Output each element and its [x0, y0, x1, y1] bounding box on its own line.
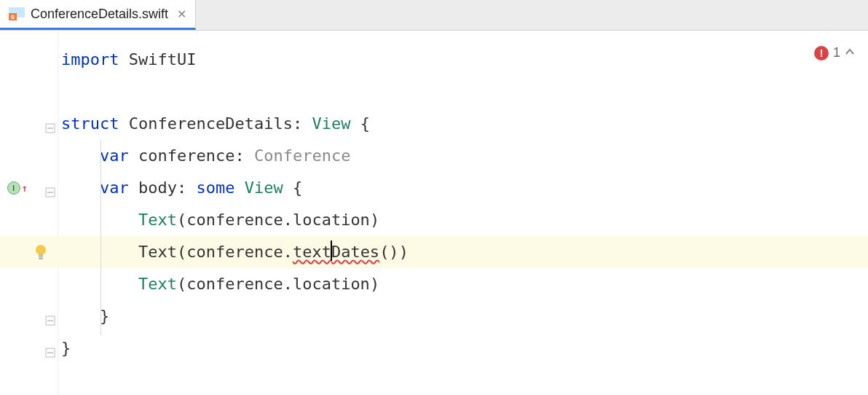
- code-pane[interactable]: import SwiftUI struct ConferenceDetails:…: [58, 31, 868, 395]
- indent-guide: [100, 140, 101, 335]
- error-icon[interactable]: !: [814, 46, 829, 60]
- code-line-active[interactable]: Text(conference.textDates()): [58, 236, 868, 268]
- tab-filename: ConferenceDetails.swift: [31, 7, 168, 22]
- code-line[interactable]: import SwiftUI: [58, 44, 868, 76]
- code-line[interactable]: var conference: Conference: [58, 140, 868, 172]
- fold-close-icon[interactable]: [45, 343, 55, 353]
- code-line-blank[interactable]: [58, 76, 868, 108]
- code-line[interactable]: }: [58, 300, 868, 332]
- file-tab[interactable]: S ConferenceDetails.swift ✕: [0, 0, 196, 30]
- swift-file-icon: S: [9, 7, 25, 20]
- svg-text:S: S: [11, 14, 15, 20]
- chevron-up-icon[interactable]: [845, 47, 855, 60]
- code-line[interactable]: Text(conference.location): [58, 204, 868, 236]
- code-line[interactable]: var body: some View {: [58, 172, 868, 204]
- close-tab-icon[interactable]: ✕: [177, 7, 186, 21]
- fold-open-icon[interactable]: [45, 119, 55, 129]
- inspection-widget[interactable]: ! 1: [814, 45, 855, 60]
- intention-bulb-icon[interactable]: [34, 244, 47, 260]
- code-line[interactable]: }: [58, 332, 868, 364]
- tab-bar: S ConferenceDetails.swift ✕: [0, 0, 868, 31]
- svg-rect-8: [39, 254, 43, 257]
- fold-close-icon[interactable]: [45, 311, 55, 321]
- implements-gutter-icon[interactable]: I↑: [7, 181, 28, 195]
- gutter: I↑: [0, 31, 58, 395]
- code-line[interactable]: struct ConferenceDetails: View {: [58, 108, 868, 140]
- editor[interactable]: I↑ import SwiftUI: [0, 31, 868, 395]
- error-count: 1: [833, 45, 840, 60]
- fold-open-icon[interactable]: [45, 183, 55, 193]
- svg-rect-9: [39, 258, 43, 259]
- svg-point-7: [36, 245, 46, 255]
- code-line[interactable]: Text(conference.location): [58, 268, 868, 300]
